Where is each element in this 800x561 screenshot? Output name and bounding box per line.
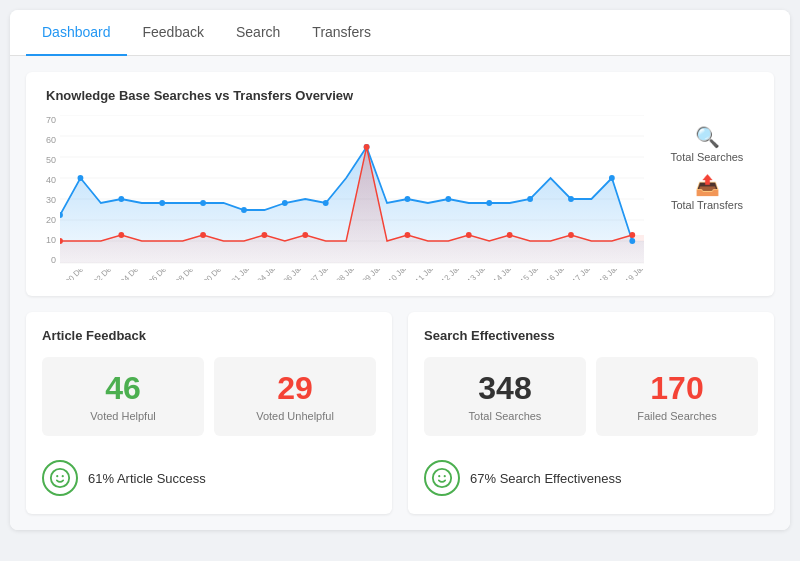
svg-point-16 [282,200,288,206]
article-success-text: 61% Article Success [88,471,206,486]
svg-point-24 [609,175,615,181]
voted-helpful-box: 46 Voted Helpful [42,357,204,436]
legend-searches-label: Total Searches [671,151,744,163]
failed-searches-box: 170 Failed Searches [596,357,758,436]
total-searches-label: Total Searches [434,410,576,422]
voted-unhelpful-box: 29 Voted Unhelpful [214,357,376,436]
chart-area: 70 60 50 40 30 20 10 0 [46,115,754,280]
svg-point-42 [444,475,446,477]
search-effectiveness-card: Search Effectiveness 348 Total Searches … [408,312,774,514]
search-icon: 🔍 [695,125,720,149]
tab-bar: Dashboard Feedback Search Transfers [10,10,790,56]
y-axis: 70 60 50 40 30 20 10 0 [46,115,60,265]
tab-dashboard[interactable]: Dashboard [26,10,127,56]
voted-unhelpful-label: Voted Unhelpful [224,410,366,422]
line-chart-svg [60,115,644,265]
svg-point-40 [433,469,451,487]
svg-point-38 [56,475,58,477]
svg-point-14 [200,200,206,206]
search-smiley-icon [424,460,460,496]
svg-point-41 [438,475,440,477]
svg-point-29 [261,232,267,238]
svg-point-27 [118,232,124,238]
search-stat-boxes: 348 Total Searches 170 Failed Searches [424,357,758,436]
svg-point-34 [507,232,513,238]
failed-searches-number: 170 [606,371,748,406]
x-labels: 20 Dec 22 Dec 24 Dec 26 Dec 28 Dec 30 De… [60,269,644,280]
bottom-row: Article Feedback 46 Voted Helpful 29 Vot… [26,312,774,514]
svg-point-20 [445,196,451,202]
article-stat-boxes: 46 Voted Helpful 29 Voted Unhelpful [42,357,376,436]
main-content: Knowledge Base Searches vs Transfers Ove… [10,56,790,530]
svg-point-13 [159,200,165,206]
transfers-icon: 📤 [695,173,720,197]
svg-point-39 [62,475,64,477]
svg-point-19 [405,196,411,202]
svg-point-12 [118,196,124,202]
voted-helpful-number: 46 [52,371,194,406]
legend-transfers-label: Total Transfers [671,199,743,211]
svg-point-11 [78,175,84,181]
svg-point-32 [405,232,411,238]
svg-point-30 [302,232,308,238]
article-success-row: 61% Article Success [42,450,376,498]
legend-total-transfers: 📤 Total Transfers [660,173,754,211]
chart-title: Knowledge Base Searches vs Transfers Ove… [46,88,754,103]
voted-unhelpful-number: 29 [224,371,366,406]
app-container: Dashboard Feedback Search Transfers Know… [10,10,790,530]
search-smiley-svg [431,467,453,489]
chart-wrapper: 20 Dec 22 Dec 24 Dec 26 Dec 28 Dec 30 De… [60,115,644,280]
total-searches-number: 348 [434,371,576,406]
chart-card: Knowledge Base Searches vs Transfers Ove… [26,72,774,296]
total-searches-box: 348 Total Searches [424,357,586,436]
chart-legend: 🔍 Total Searches 📤 Total Transfers [644,115,754,211]
svg-point-37 [51,469,69,487]
smiley-svg [49,467,71,489]
svg-point-25 [629,238,635,244]
search-effectiveness-title: Search Effectiveness [424,328,758,343]
search-effectiveness-row: 67% Search Effectiveness [424,450,758,498]
tab-feedback[interactable]: Feedback [127,10,220,56]
svg-point-28 [200,232,206,238]
voted-helpful-label: Voted Helpful [52,410,194,422]
svg-point-31 [364,144,370,150]
tab-search[interactable]: Search [220,10,296,56]
article-feedback-card: Article Feedback 46 Voted Helpful 29 Vot… [26,312,392,514]
svg-point-23 [568,196,574,202]
svg-point-33 [466,232,472,238]
svg-point-17 [323,200,329,206]
svg-point-15 [241,207,247,213]
svg-point-22 [527,196,533,202]
legend-total-searches: 🔍 Total Searches [660,125,754,163]
svg-point-36 [629,232,635,238]
search-effectiveness-text: 67% Search Effectiveness [470,471,622,486]
svg-point-21 [486,200,492,206]
article-smiley-icon [42,460,78,496]
tab-transfers[interactable]: Transfers [296,10,387,56]
svg-point-35 [568,232,574,238]
failed-searches-label: Failed Searches [606,410,748,422]
article-feedback-title: Article Feedback [42,328,376,343]
